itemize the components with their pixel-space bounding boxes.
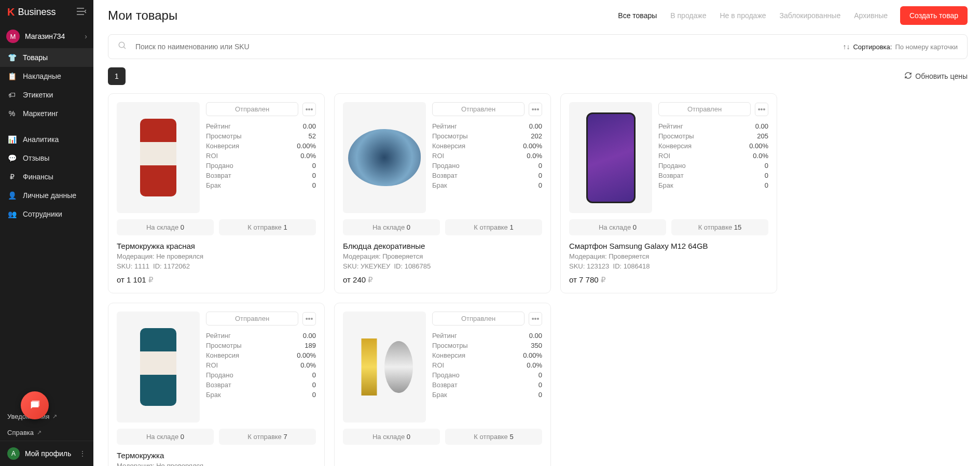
stat-row: ROI0.0% xyxy=(206,151,316,161)
nav-label: Отзывы xyxy=(23,154,49,162)
product-image[interactable] xyxy=(343,102,426,213)
more-button[interactable]: ••• xyxy=(302,312,316,326)
stat-row: Возврат0 xyxy=(432,380,542,390)
tab-3[interactable]: Заблокированные xyxy=(780,11,841,20)
product-image[interactable] xyxy=(117,102,200,213)
stat-value: 0.00 xyxy=(303,332,316,340)
stat-value: 0 xyxy=(539,381,542,389)
sidebar-item-7[interactable]: 👤Личные данные xyxy=(0,186,93,205)
sidebar-item-8[interactable]: 👥Сотрудники xyxy=(0,205,93,223)
stat-value: 0 xyxy=(312,162,316,170)
tab-1[interactable]: В продаже xyxy=(670,11,706,20)
search-input[interactable] xyxy=(135,43,843,51)
product-title[interactable]: Термокружка xyxy=(117,451,316,460)
stat-value: 0.00 xyxy=(303,122,316,130)
tab-0[interactable]: Все товары xyxy=(618,11,657,20)
stat-label: Рейтинг xyxy=(432,332,457,340)
nav-icon: 💬 xyxy=(7,153,17,163)
stat-row: Продано0 xyxy=(432,370,542,380)
product-title[interactable]: Смартфон Samsung Galaxy M12 64GB xyxy=(569,242,768,250)
stat-value: 0.0% xyxy=(527,361,542,369)
controls: ↑↓ Сортировка: По номеру карточки xyxy=(93,31,980,59)
stat-label: Продано xyxy=(432,162,460,170)
stat-label: ROI xyxy=(206,361,218,369)
stat-label: Брак xyxy=(658,181,673,189)
link-label: Справка xyxy=(7,429,34,436)
sidebar-item-2[interactable]: 🏷Этикетки xyxy=(0,86,93,104)
sidebar-item-6[interactable]: ₽Финансы xyxy=(0,167,93,186)
stat-row: Продано0 xyxy=(432,161,542,171)
stat-label: Возврат xyxy=(658,172,684,179)
sidebar-item-4[interactable]: 📊Аналитика xyxy=(0,130,93,149)
stat-row: Брак0 xyxy=(658,180,768,190)
status-badge: Отправлен xyxy=(658,102,751,116)
stat-row: Конверсия0.00% xyxy=(432,141,542,151)
sidebar-item-1[interactable]: 📋Накладные xyxy=(0,67,93,86)
more-button[interactable]: ••• xyxy=(529,103,542,116)
product-moderation: Модерация: Не проверялся xyxy=(117,462,316,466)
stat-label: Рейтинг xyxy=(658,122,683,130)
toolbar-row: 1 Обновить цены xyxy=(93,59,980,90)
stock-out-chip: К отправке 1 xyxy=(219,219,316,235)
tab-2[interactable]: Не в продаже xyxy=(720,11,766,20)
stat-row: Продано0 xyxy=(206,161,316,171)
stat-value: 0.00% xyxy=(297,142,316,150)
stat-value: 0 xyxy=(539,162,542,170)
stat-row: ROI0.0% xyxy=(432,151,542,161)
stat-row: Конверсия0.00% xyxy=(658,141,768,151)
kebab-icon[interactable]: ⋮ xyxy=(79,449,86,458)
more-button[interactable]: ••• xyxy=(755,103,768,116)
product-card-3: Отправлен•••Рейтинг0.00Просмотры189Конве… xyxy=(108,303,325,466)
stock-out-chip: К отправке 15 xyxy=(671,219,768,235)
sort-selector[interactable]: ↑↓ Сортировка: По номеру карточки xyxy=(843,43,958,51)
logo-text: Business xyxy=(18,7,56,18)
stat-value: 0 xyxy=(312,371,316,379)
stat-row: Просмотры52 xyxy=(206,131,316,141)
stat-label: ROI xyxy=(658,152,670,160)
product-price: от 1 101 ₽ xyxy=(117,275,316,285)
stat-row: Конверсия0.00% xyxy=(206,350,316,360)
sidebar-item-3[interactable]: %Маркетинг xyxy=(0,104,93,123)
stat-row: ROI0.0% xyxy=(658,151,768,161)
product-image[interactable] xyxy=(343,312,426,422)
stat-label: Брак xyxy=(206,391,221,399)
nav-label: Этикетки xyxy=(23,91,53,99)
profile-row[interactable]: А Мой профиль ⋮ xyxy=(0,441,93,466)
stat-row: Конверсия0.00% xyxy=(206,141,316,151)
product-sku-id: SKU: 123123 ID: 1086418 xyxy=(569,262,768,270)
shop-avatar: М xyxy=(6,30,20,43)
stat-label: Брак xyxy=(432,391,447,399)
product-image[interactable] xyxy=(117,312,200,422)
status-badge: Отправлен xyxy=(206,312,298,326)
stat-row: Брак0 xyxy=(206,180,316,190)
sidebar-item-0[interactable]: 👕Товары xyxy=(0,48,93,67)
sidebar-item-5[interactable]: 💬Отзывы xyxy=(0,149,93,167)
stat-value: 0.00% xyxy=(297,351,316,359)
product-moderation: Модерация: Не проверялся xyxy=(117,252,316,260)
shop-selector[interactable]: М Магазин734 › xyxy=(0,24,93,48)
sidebar-link-1[interactable]: Справка↗ xyxy=(0,425,93,441)
product-image[interactable] xyxy=(569,102,652,213)
stat-label: Рейтинг xyxy=(206,332,231,340)
stat-row: Возврат0 xyxy=(206,171,316,180)
sidebar-collapse-icon[interactable] xyxy=(77,8,86,17)
create-product-button[interactable]: Создать товар xyxy=(900,6,968,25)
product-title[interactable]: Термокружка красная xyxy=(117,242,316,250)
stat-value: 0.00 xyxy=(529,332,542,340)
page-number[interactable]: 1 xyxy=(108,67,126,85)
stat-value: 0.0% xyxy=(527,152,542,160)
search-bar: ↑↓ Сортировка: По номеру карточки xyxy=(108,34,968,59)
chat-button[interactable] xyxy=(21,391,49,419)
stock-out-chip: К отправке 1 xyxy=(445,219,542,235)
more-button[interactable]: ••• xyxy=(302,103,316,116)
stat-value: 0.00% xyxy=(523,351,542,359)
refresh-prices-button[interactable]: Обновить цены xyxy=(904,72,968,81)
stat-label: Конверсия xyxy=(432,351,465,359)
stat-label: Продано xyxy=(206,162,233,170)
stat-value: 0 xyxy=(312,381,316,389)
nav-icon: 👥 xyxy=(7,209,17,219)
tab-4[interactable]: Архивные xyxy=(854,11,888,20)
product-title[interactable]: Блюдца декоративные xyxy=(343,242,542,250)
stat-label: Конверсия xyxy=(206,142,239,150)
more-button[interactable]: ••• xyxy=(529,312,542,326)
